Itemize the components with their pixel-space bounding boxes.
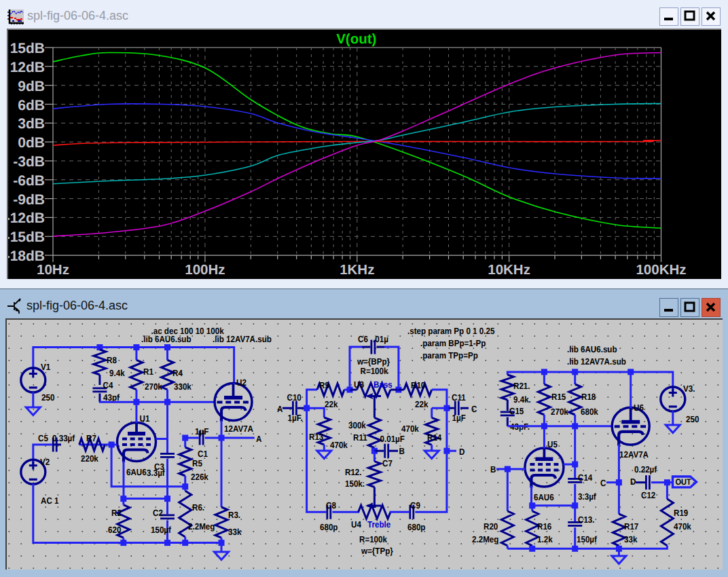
svg-text:R11: R11 <box>353 432 367 443</box>
svg-text:Bass: Bass <box>374 379 393 390</box>
svg-text:U2: U2 <box>236 377 247 388</box>
svg-text:C15: C15 <box>509 406 524 416</box>
svg-text:6dB: 6dB <box>18 98 45 113</box>
svg-text:D: D <box>459 447 465 457</box>
svg-text:-12dB: -12dB <box>8 210 45 226</box>
svg-text:.lib 6AU6.sub: .lib 6AU6.sub <box>141 334 192 344</box>
svg-text:6AU6: 6AU6 <box>126 467 147 477</box>
svg-text:V1: V1 <box>41 362 50 372</box>
svg-text:V3.: V3. <box>683 384 695 394</box>
svg-text:250: 250 <box>686 414 699 424</box>
svg-text:R21.: R21. <box>513 381 530 391</box>
svg-text:470k: 470k <box>330 440 348 450</box>
svg-text:R2: R2 <box>111 508 122 518</box>
svg-text:-15dB: -15dB <box>8 229 45 245</box>
svg-text:R1: R1 <box>143 367 153 377</box>
svg-text:C: C <box>471 404 477 414</box>
svg-text:C9: C9 <box>410 500 420 510</box>
svg-text:R18: R18 <box>581 392 596 402</box>
svg-text:U1: U1 <box>140 413 150 424</box>
svg-text:.param TPp=Pp: .param TPp=Pp <box>420 350 478 360</box>
svg-text:33k: 33k <box>228 527 242 537</box>
svg-text:R16: R16 <box>537 521 551 532</box>
svg-text:3.3µf: 3.3µf <box>578 491 596 502</box>
svg-text:U3: U3 <box>354 379 364 390</box>
svg-text:2.2Meg: 2.2Meg <box>188 521 215 532</box>
svg-text:1µF.: 1µF. <box>288 413 303 423</box>
svg-text:R3.: R3. <box>228 510 240 520</box>
svg-text:220k: 220k <box>81 453 98 464</box>
svg-text:U6: U6 <box>634 403 644 413</box>
svg-text:R=100k: R=100k <box>361 366 389 376</box>
svg-text:12AV7A: 12AV7A <box>224 424 253 434</box>
svg-text:9.4k.: 9.4k. <box>513 394 531 405</box>
svg-text:.lib 12AV7A.sub: .lib 12AV7A.sub <box>567 356 626 367</box>
svg-text:9dB: 9dB <box>18 79 45 94</box>
svg-text:0.01µF: 0.01µF <box>380 434 405 444</box>
svg-text:33k: 33k <box>624 534 638 544</box>
svg-text:AC 1: AC 1 <box>41 496 58 506</box>
svg-text:-3dB: -3dB <box>13 154 45 170</box>
svg-text:1.2k: 1.2k <box>537 534 553 544</box>
svg-text:R4: R4 <box>172 368 183 378</box>
svg-text:-9dB: -9dB <box>13 192 45 208</box>
svg-text:12AV7A: 12AV7A <box>619 449 649 460</box>
svg-text:C5: C5 <box>38 433 48 443</box>
svg-text:R=100k: R=100k <box>359 534 388 544</box>
svg-text:R19: R19 <box>674 508 688 518</box>
svg-text:6AU6: 6AU6 <box>534 492 554 502</box>
svg-text:B: B <box>399 446 405 456</box>
svg-text:1µF: 1µF <box>452 413 466 423</box>
svg-text:.param BPp=1-Pp: .param BPp=1-Pp <box>420 338 486 348</box>
svg-text:R13: R13 <box>309 432 323 442</box>
svg-text:0.22µf: 0.22µf <box>634 464 657 474</box>
svg-text:C8: C8 <box>326 500 336 510</box>
svg-text:620: 620 <box>108 525 121 535</box>
svg-text:R6.: R6. <box>192 502 204 513</box>
svg-text:R5: R5 <box>192 458 202 468</box>
svg-text:.01µ: .01µ <box>373 334 388 344</box>
svg-text:12dB: 12dB <box>10 60 45 75</box>
svg-text:3.3µf: 3.3µf <box>147 468 165 478</box>
svg-text:270k: 270k <box>145 381 162 392</box>
svg-text:300k: 300k <box>348 420 366 430</box>
svg-text:2.2Meg: 2.2Meg <box>472 534 498 544</box>
svg-text:250: 250 <box>41 392 54 403</box>
svg-text:U5: U5 <box>547 439 558 449</box>
svg-text:C4: C4 <box>103 380 113 390</box>
svg-text:10KHz: 10KHz <box>488 262 530 278</box>
svg-text:A: A <box>256 434 262 444</box>
svg-text:R14: R14 <box>427 432 442 443</box>
svg-text:150k.: 150k. <box>345 479 365 489</box>
svg-text:-6dB: -6dB <box>13 173 45 189</box>
svg-text:150µf: 150µf <box>577 534 597 544</box>
svg-text:680p: 680p <box>407 522 425 532</box>
svg-text:.lib 6AU6.sub: .lib 6AU6.sub <box>567 344 617 354</box>
svg-text:R20: R20 <box>484 521 498 532</box>
svg-text:680k: 680k <box>581 407 598 417</box>
svg-text:0dB: 0dB <box>18 135 45 151</box>
svg-text:Treble: Treble <box>367 519 390 529</box>
svg-text:C13.: C13. <box>578 515 595 525</box>
svg-text:.step param Pp 0 1 0.25: .step param Pp 0 1 0.25 <box>407 326 494 336</box>
svg-text:D: D <box>630 477 636 487</box>
svg-text:C7: C7 <box>382 458 393 468</box>
svg-text:3dB: 3dB <box>18 116 45 132</box>
svg-text:680p: 680p <box>320 522 338 532</box>
svg-text:C12: C12 <box>641 490 655 500</box>
svg-text:C10: C10 <box>287 392 302 403</box>
svg-text:226k: 226k <box>191 472 208 482</box>
svg-text:.lib 12AV7A.sub: .lib 12AV7A.sub <box>213 334 272 344</box>
svg-text:150µf: 150µf <box>151 525 171 535</box>
svg-text:w={TPp}: w={TPp} <box>361 546 393 556</box>
svg-text:R10: R10 <box>411 380 425 390</box>
svg-text:C14: C14 <box>578 472 593 483</box>
svg-text:C11: C11 <box>452 392 466 403</box>
svg-text:w={BPp}: w={BPp} <box>357 356 390 367</box>
svg-text:R17: R17 <box>624 521 638 532</box>
svg-text:270k: 270k <box>551 407 568 417</box>
svg-text:A: A <box>277 404 283 414</box>
svg-text:C2: C2 <box>153 508 163 518</box>
svg-text:C1: C1 <box>198 449 208 459</box>
svg-text:V2: V2 <box>40 457 50 467</box>
